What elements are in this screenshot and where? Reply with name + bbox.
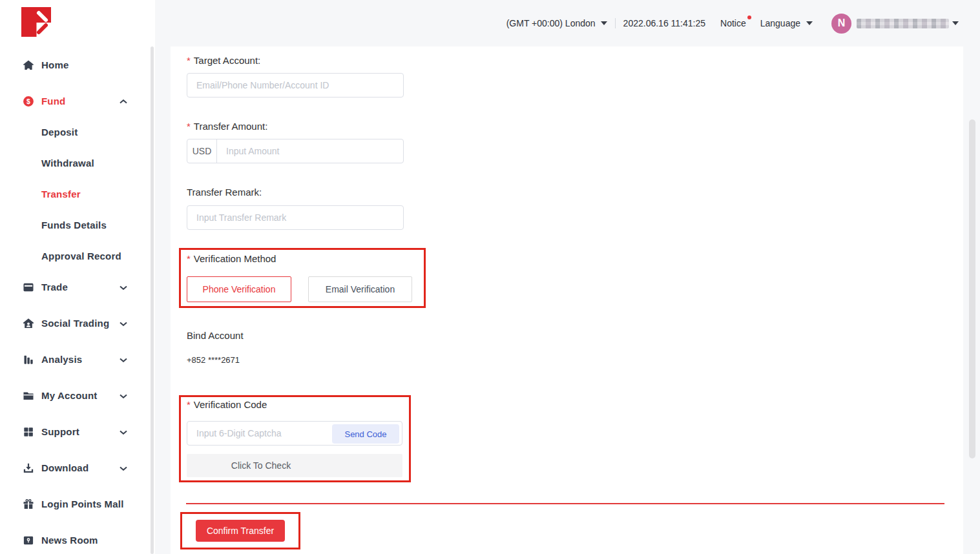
page-scrollbar[interactable] [969,119,975,458]
chevron-down-icon [120,285,127,290]
chevron-down-icon[interactable] [952,21,959,25]
sidebar-item-fund[interactable]: $ Fund [0,94,150,109]
fund-icon: $ [22,95,35,108]
social-trading-icon [22,317,35,330]
sidebar-item-funds-details[interactable]: Funds Details [0,218,150,233]
sidebar-item-label: Social Trading [41,318,109,329]
send-code-button[interactable]: Send Code [332,424,399,444]
transfer-amount-field-wrap: USD [187,139,404,163]
sidebar-item-label: News Room [41,535,98,546]
transfer-remark-label: Transfer Remark: [187,187,262,198]
notice-button[interactable]: Notice [720,18,746,28]
verification-method-label: *Verification Method [187,253,276,264]
sidebar-item-my-account[interactable]: My Account [0,388,150,404]
my-account-icon [22,389,35,402]
trade-icon [22,281,35,294]
required-mark: * [187,55,191,66]
verification-code-field-wrap: Send Code [187,421,402,446]
download-icon [22,462,35,475]
sidebar-item-news-room[interactable]: News Room [0,533,150,548]
bind-account-value: +852 ****2671 [187,355,240,365]
sidebar-item-label: Funds Details [41,220,107,231]
target-account-field-wrap [187,73,404,97]
required-mark: * [187,399,191,410]
chevron-down-icon [120,358,127,362]
sidebar-item-analysis[interactable]: Analysis [0,352,150,367]
analysis-icon [22,353,35,366]
news-room-icon [22,534,35,547]
chevron-down-icon [120,466,127,471]
transfer-amount-input[interactable] [217,139,403,163]
sidebar-item-download[interactable]: Download [0,460,150,476]
sidebar-item-label: Home [41,59,68,70]
sidebar-item-login-points-mall[interactable]: Login Points Mall [0,497,150,512]
timezone-label: (GMT +00:00) London [506,18,596,28]
svg-text:$: $ [26,98,30,105]
sidebar-item-social-trading[interactable]: Social Trading [0,316,150,331]
datetime-label: 2022.06.16 11:41:25 [623,18,705,28]
captcha-check-bar[interactable]: Click To Check [187,454,402,477]
chevron-down-icon [120,394,127,398]
bind-account-label: Bind Account [187,330,244,341]
language-selector[interactable]: Language [760,18,813,28]
header-divider [615,18,616,28]
sidebar-scrollbar[interactable] [151,46,154,554]
sidebar-item-support[interactable]: Support [0,424,150,440]
sidebar-item-label: Deposit [41,127,78,138]
sidebar-item-withdrawal[interactable]: Withdrawal [0,156,150,171]
top-header: (GMT +00:00) London 2022.06.16 11:41:25 … [155,0,980,46]
sidebar-item-label: Transfer [41,189,81,200]
transfer-remark-input[interactable] [187,206,403,229]
brand-logo[interactable] [21,7,51,37]
email-verification-button[interactable]: Email Verification [308,276,412,302]
transfer-remark-field-wrap [187,205,404,230]
required-mark: * [187,253,191,264]
sidebar-item-deposit[interactable]: Deposit [0,125,150,140]
sidebar-item-label: Withdrawal [41,158,94,169]
phone-verification-button[interactable]: Phone Verification [187,276,291,302]
home-icon [22,59,35,72]
sidebar-item-label: Download [41,462,89,473]
transfer-form-panel: *Target Account: *Transfer Amount: USD T… [171,46,963,554]
gift-icon [22,498,35,511]
sidebar-item-trade[interactable]: Trade [0,280,150,295]
sidebar-item-label: Support [41,426,79,437]
chevron-down-icon [601,21,607,25]
sidebar: Home $ Fund Deposit Withdrawal Transfer … [0,0,155,554]
transfer-amount-label: *Transfer Amount: [187,121,267,132]
timezone-selector[interactable]: (GMT +00:00) London [506,18,607,28]
verification-code-label: *Verification Code [187,399,267,410]
sidebar-item-home[interactable]: Home [0,57,150,73]
confirm-transfer-button[interactable]: Confirm Transfer [196,520,285,542]
form-divider [186,503,944,504]
target-account-input[interactable] [187,74,403,97]
required-mark: * [187,121,191,132]
language-label: Language [760,18,800,28]
avatar-initial: N [838,17,846,29]
sidebar-item-label: Analysis [41,354,82,365]
chevron-down-icon [806,21,813,25]
sidebar-item-label: Trade [41,282,68,292]
username-redacted[interactable] [857,19,949,28]
sidebar-item-label: My Account [41,390,97,401]
notice-label: Notice [720,18,746,28]
chevron-up-icon [120,99,127,104]
target-account-label: *Target Account: [187,55,260,66]
avatar[interactable]: N [831,14,851,34]
support-icon [22,426,35,438]
sidebar-item-label: Approval Record [41,251,121,262]
currency-prefix: USD [187,139,217,163]
sidebar-item-label: Login Points Mall [41,498,124,509]
chevron-down-icon [120,322,127,326]
chevron-down-icon [120,430,127,435]
sidebar-item-transfer[interactable]: Transfer [0,187,150,202]
sidebar-item-label: Fund [41,96,65,107]
sidebar-item-approval-record[interactable]: Approval Record [0,249,150,264]
notification-dot [747,15,751,19]
